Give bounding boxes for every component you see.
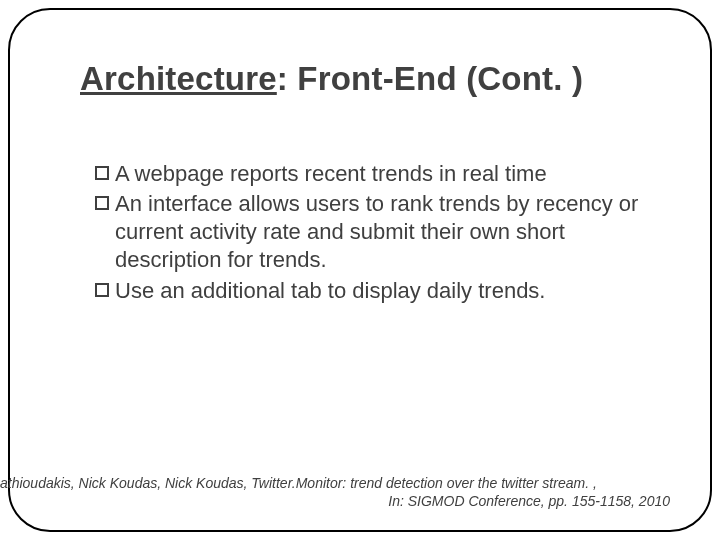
square-bullet-icon [95, 196, 109, 210]
title-underlined: Architecture [80, 60, 277, 97]
bullet-item: An interface allows users to rank trends… [95, 190, 650, 274]
bullet-item: Use an additional tab to display daily t… [95, 277, 650, 305]
bullet-text: Use an additional tab to display daily t… [115, 277, 650, 305]
citation-line-1: athioudakis, Nick Koudas, Nick Koudas, T… [0, 474, 700, 492]
citation: athioudakis, Nick Koudas, Nick Koudas, T… [0, 474, 700, 510]
bullet-text: A webpage reports recent trends in real … [115, 160, 650, 188]
bullet-text: An interface allows users to rank trends… [115, 190, 650, 274]
citation-line-2: In: SIGMOD Conference, pp. 155-1158, 201… [0, 492, 700, 510]
bullet-item: A webpage reports recent trends in real … [95, 160, 650, 188]
square-bullet-icon [95, 166, 109, 180]
slide-title: Architecture: Front-End (Cont. ) [80, 60, 660, 98]
slide-body: A webpage reports recent trends in real … [95, 160, 650, 307]
title-rest: : Front-End (Cont. ) [277, 60, 583, 97]
square-bullet-icon [95, 283, 109, 297]
